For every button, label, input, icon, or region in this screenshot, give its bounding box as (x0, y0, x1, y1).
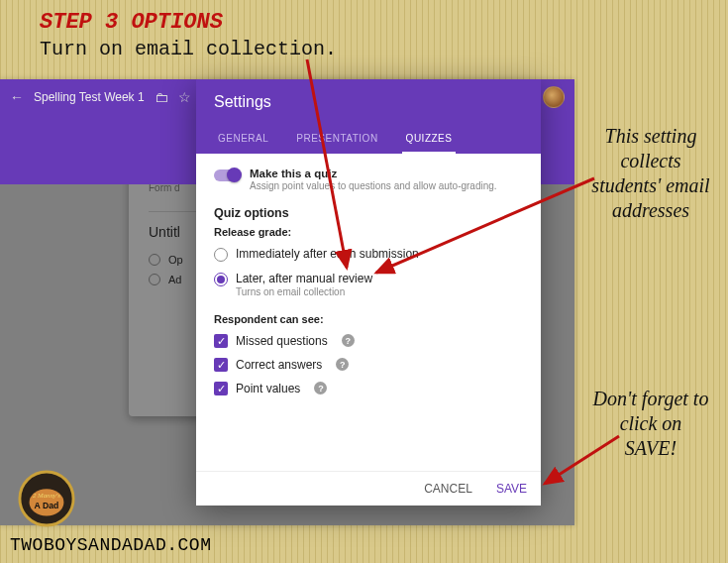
option-later[interactable]: Later, after manual review Turns on emai… (214, 267, 523, 303)
form-title[interactable]: Spelling Test Week 1 (34, 90, 145, 104)
folder-icon[interactable]: 🗀 (155, 89, 168, 105)
radio-icon (214, 248, 228, 262)
save-button[interactable]: SAVE (496, 482, 527, 496)
check-label: Correct answers (236, 358, 322, 372)
respondent-heading: Respondent can see: (214, 313, 523, 325)
check-label: Point values (236, 382, 300, 395)
forms-app-window: ← Spelling Test Week 1 🗀 ☆ 🎨 👁 ⚙ SEND ⋮ … (0, 79, 574, 525)
check-missed[interactable]: ✓ Missed questions ? (214, 329, 523, 353)
help-icon[interactable]: ? (342, 334, 355, 347)
help-icon[interactable]: ? (314, 382, 327, 394)
quiz-options-heading: Quiz options (214, 206, 523, 220)
check-label: Missed questions (236, 334, 328, 348)
brand-logo: 2 Manny's A Dad (18, 470, 75, 527)
anno-collect-email: This setting collects students' email ad… (591, 124, 710, 223)
option-sublabel: Turns on email collection (236, 285, 372, 298)
check-points[interactable]: ✓ Point values ? (214, 377, 523, 400)
check-correct[interactable]: ✓ Correct answers ? (214, 353, 523, 377)
help-icon[interactable]: ? (336, 358, 349, 371)
checkbox-icon: ✓ (214, 358, 228, 372)
tab-presentation[interactable]: PRESENTATION (292, 125, 381, 154)
dialog-title: Settings (214, 93, 523, 125)
anno-step-title: STEP 3 OPTIONS (40, 10, 223, 35)
anno-step-sub: Turn on email collection. (40, 38, 337, 60)
back-icon[interactable]: ← (10, 89, 24, 105)
radio-icon (214, 273, 228, 286)
release-grade-heading: Release grade: (214, 226, 523, 238)
option-immediately[interactable]: Immediately after each submission (214, 242, 523, 267)
option-label: Later, after manual review (236, 272, 372, 285)
cancel-button[interactable]: CANCEL (424, 482, 472, 496)
checkbox-icon: ✓ (214, 382, 228, 395)
make-quiz-sub: Assign point values to questions and all… (250, 179, 497, 192)
tab-quizzes[interactable]: QUIZZES (402, 125, 457, 154)
settings-dialog: Settings GENERAL PRESENTATION QUIZZES Ma… (196, 79, 541, 506)
dialog-tabs: GENERAL PRESENTATION QUIZZES (214, 125, 523, 154)
avatar[interactable] (543, 86, 565, 108)
make-quiz-toggle[interactable] (214, 169, 240, 181)
option-label: Immediately after each submission (236, 247, 419, 261)
anno-save-reminder: Don't forget to click on SAVE! (591, 387, 710, 461)
tab-general[interactable]: GENERAL (214, 125, 272, 154)
star-icon[interactable]: ☆ (178, 89, 191, 105)
checkbox-icon: ✓ (214, 334, 228, 348)
footer-url: TWOBOYSANDADAD.COM (10, 535, 211, 555)
make-quiz-label: Make this a quiz (250, 168, 497, 179)
svg-text:2 Manny's: 2 Manny's (33, 492, 60, 499)
svg-text:A Dad: A Dad (35, 501, 59, 510)
